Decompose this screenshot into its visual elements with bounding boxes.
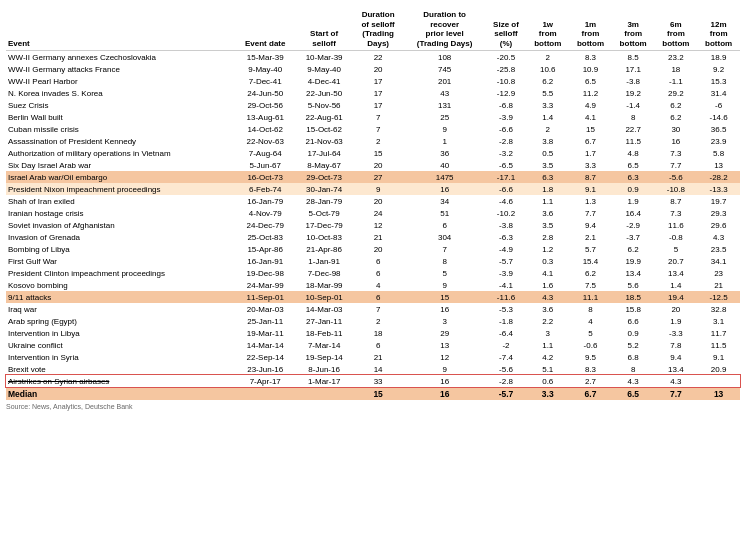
table-cell: 22-Aug-61 (296, 111, 353, 123)
table-cell: 16 (404, 375, 486, 387)
table-cell: 5 (404, 267, 486, 279)
table-cell: 9/11 attacks (6, 291, 235, 303)
table-cell: 1-Mar-17 (296, 375, 353, 387)
table-cell: 19.7 (697, 195, 740, 207)
table-cell: 5 (655, 243, 698, 255)
table-cell: 7 (404, 243, 486, 255)
table-cell: Arab spring (Egypt) (6, 315, 235, 327)
table-cell: 8.3 (569, 363, 612, 375)
table-cell: 22.7 (612, 123, 655, 135)
table-cell: 7-Apr-17 (235, 375, 296, 387)
table-cell: 14 (353, 363, 404, 375)
table-cell: 20 (353, 159, 404, 171)
median-cell: 15 (353, 387, 404, 400)
table-cell: 15 (569, 123, 612, 135)
table-cell: 31.4 (697, 87, 740, 99)
table-cell: Assassination of President Kennedy (6, 135, 235, 147)
table-cell: 12 (353, 219, 404, 231)
table-cell: 25-Jan-11 (235, 315, 296, 327)
table-row: Israel Arab war/Oil embargo16-Oct-7329-O… (6, 171, 740, 183)
table-cell: 2.8 (526, 231, 569, 243)
table-cell: Iraq war (6, 303, 235, 315)
table-cell: 1475 (404, 171, 486, 183)
table-cell: Israel Arab war/Oil embargo (6, 171, 235, 183)
table-cell: 13.4 (655, 267, 698, 279)
table-cell: 23 (697, 267, 740, 279)
table-cell: 21-Nov-63 (296, 135, 353, 147)
table-cell: -1.8 (486, 315, 527, 327)
table-cell: Suez Crisis (6, 99, 235, 111)
table-cell: 6.6 (612, 315, 655, 327)
table-row: Suez Crisis29-Oct-565-Nov-5617131-6.83.3… (6, 99, 740, 111)
table-cell: 36 (404, 147, 486, 159)
table-cell: 7 (353, 123, 404, 135)
table-cell: 17 (353, 99, 404, 111)
median-cell: 16 (404, 387, 486, 400)
table-cell: 11.5 (697, 339, 740, 351)
table-cell: Intervention in Syria (6, 351, 235, 363)
table-cell: 745 (404, 63, 486, 75)
table-cell: 6.3 (612, 171, 655, 183)
table-cell: 27-Jan-11 (296, 315, 353, 327)
table-cell: President Nixon impeachment proceedings (6, 183, 235, 195)
table-cell: -6 (697, 99, 740, 111)
table-cell: -2.8 (486, 135, 527, 147)
table-cell: 11.2 (569, 87, 612, 99)
table-cell: 1 (404, 135, 486, 147)
table-cell: N. Korea invades S. Korea (6, 87, 235, 99)
table-cell: 4.3 (526, 291, 569, 303)
table-cell: 8.7 (569, 171, 612, 183)
table-cell: Soviet invasion of Afghanistan (6, 219, 235, 231)
table-cell: Invasion of Grenada (6, 231, 235, 243)
table-cell: 20 (655, 303, 698, 315)
table-cell: -4.6 (486, 195, 527, 207)
table-cell: 15.8 (612, 303, 655, 315)
table-cell: -3.3 (655, 327, 698, 339)
table-cell: 19-Dec-98 (235, 267, 296, 279)
table-cell: 6 (404, 219, 486, 231)
table-cell: 15-Apr-86 (235, 243, 296, 255)
table-cell: 13.4 (612, 267, 655, 279)
table-cell: 15.4 (569, 255, 612, 267)
table-cell: Berlin Wall built (6, 111, 235, 123)
table-cell: 4.2 (526, 351, 569, 363)
table-cell: 10.6 (526, 63, 569, 75)
table-cell: -6.6 (486, 183, 527, 195)
table-cell: 9.2 (697, 63, 740, 75)
table-cell: -10.8 (655, 183, 698, 195)
table-cell: Authorization of military operations in … (6, 147, 235, 159)
table-cell: 4.1 (526, 267, 569, 279)
table-cell: 7 (353, 111, 404, 123)
table-cell: -2.8 (486, 375, 527, 387)
table-cell: -2 (486, 339, 527, 351)
table-cell: 5.1 (526, 363, 569, 375)
table-cell: -3.9 (486, 111, 527, 123)
table-cell: 7.3 (655, 147, 698, 159)
header-size-selloff: Size ofselloff(%) (486, 8, 527, 51)
table-cell: 15.3 (697, 75, 740, 87)
table-cell: 30-Jan-74 (296, 183, 353, 195)
table-cell: 24-Dec-79 (235, 219, 296, 231)
table-cell: 8-Jun-16 (296, 363, 353, 375)
table-cell: 22-Jun-50 (296, 87, 353, 99)
table-cell: 5.2 (612, 339, 655, 351)
table-cell: 5-Nov-56 (296, 99, 353, 111)
table-cell: 1.9 (612, 195, 655, 207)
table-cell: 16 (404, 303, 486, 315)
table-cell: -12.5 (697, 291, 740, 303)
table-cell: 11.6 (655, 219, 698, 231)
table-cell: 17-Jul-64 (296, 147, 353, 159)
table-cell: 9 (404, 279, 486, 291)
table-cell: 17-Dec-79 (296, 219, 353, 231)
table-cell: 3.1 (697, 315, 740, 327)
table-cell: 8-May-67 (296, 159, 353, 171)
table-cell: 32.8 (697, 303, 740, 315)
table-cell: 8 (612, 111, 655, 123)
table-row: Iraq war20-Mar-0314-Mar-03716-5.33.6815.… (6, 303, 740, 315)
table-cell: 9.1 (697, 351, 740, 363)
table-cell: 22-Nov-63 (235, 135, 296, 147)
table-cell: 3.3 (569, 159, 612, 171)
table-cell: 6.5 (569, 75, 612, 87)
table-row: N. Korea invades S. Korea24-Jun-5022-Jun… (6, 87, 740, 99)
table-cell: 4.9 (569, 99, 612, 111)
